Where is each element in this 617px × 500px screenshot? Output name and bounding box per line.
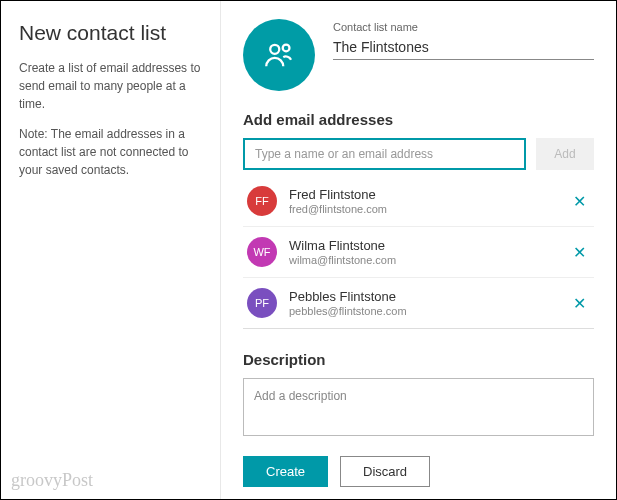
info-note: Note: The email addresses in a contact l… bbox=[19, 125, 202, 179]
add-emails-heading: Add email addresses bbox=[243, 111, 594, 128]
contact-initials: FF bbox=[247, 186, 277, 216]
description-heading: Description bbox=[243, 351, 594, 368]
description-input[interactable] bbox=[243, 378, 594, 436]
people-icon bbox=[262, 38, 296, 72]
contact-name: Fred Flintstone bbox=[289, 187, 569, 204]
contact-email: wilma@flintstone.com bbox=[289, 254, 569, 266]
create-button[interactable]: Create bbox=[243, 456, 328, 487]
contact-name: Pebbles Flintstone bbox=[289, 289, 569, 306]
email-input[interactable] bbox=[243, 138, 526, 170]
form-panel: Contact list name Add email addresses Ad… bbox=[221, 1, 616, 499]
svg-point-0 bbox=[270, 45, 279, 54]
contact-info: Wilma Flintstonewilma@flintstone.com bbox=[289, 238, 569, 267]
contact-initials: WF bbox=[247, 237, 277, 267]
contact-name: Wilma Flintstone bbox=[289, 238, 569, 255]
page-title: New contact list bbox=[19, 21, 202, 45]
contact-email: fred@flintstone.com bbox=[289, 203, 569, 215]
remove-contact-icon[interactable]: ✕ bbox=[569, 239, 590, 266]
list-name-input[interactable] bbox=[333, 35, 594, 60]
discard-button[interactable]: Discard bbox=[340, 456, 430, 487]
contact-row: FFFred Flintstonefred@flintstone.com✕ bbox=[243, 176, 594, 227]
add-button[interactable]: Add bbox=[536, 138, 594, 170]
info-panel: New contact list Create a list of email … bbox=[1, 1, 221, 499]
svg-point-1 bbox=[283, 45, 290, 52]
list-avatar bbox=[243, 19, 315, 91]
contact-info: Pebbles Flintstonepebbles@flintstone.com bbox=[289, 289, 569, 318]
contact-list: FFFred Flintstonefred@flintstone.com✕WFW… bbox=[243, 176, 594, 329]
contact-info: Fred Flintstonefred@flintstone.com bbox=[289, 187, 569, 216]
contact-email: pebbles@flintstone.com bbox=[289, 305, 569, 317]
info-paragraph: Create a list of email addresses to send… bbox=[19, 59, 202, 113]
remove-contact-icon[interactable]: ✕ bbox=[569, 290, 590, 317]
contact-row: PFPebbles Flintstonepebbles@flintstone.c… bbox=[243, 278, 594, 329]
contact-row: WFWilma Flintstonewilma@flintstone.com✕ bbox=[243, 227, 594, 278]
contact-initials: PF bbox=[247, 288, 277, 318]
name-field-label: Contact list name bbox=[333, 21, 594, 33]
remove-contact-icon[interactable]: ✕ bbox=[569, 188, 590, 215]
